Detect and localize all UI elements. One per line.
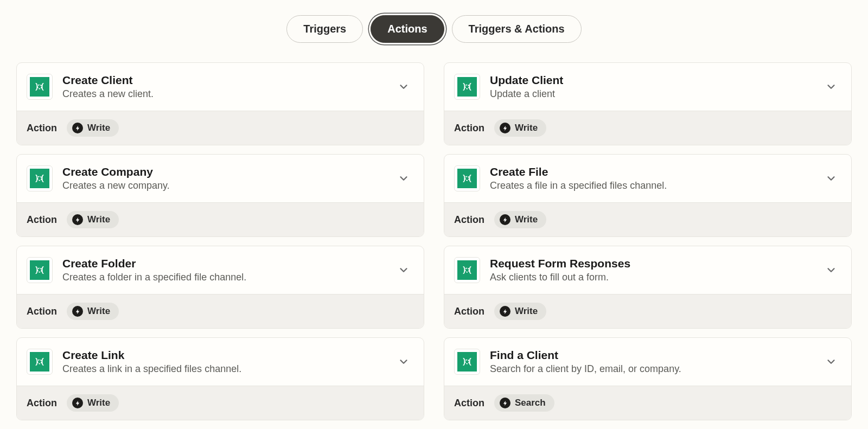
chevron-down-icon xyxy=(398,81,410,93)
card-title: Create Folder xyxy=(62,257,388,270)
bolt-icon xyxy=(72,123,83,133)
card-text: Create File Creates a file in a specifie… xyxy=(490,165,815,191)
app-icon-wrap xyxy=(27,74,53,100)
card-header[interactable]: Create Company Creates a new company. xyxy=(17,155,424,202)
card-text: Create Company Creates a new company. xyxy=(62,165,388,191)
action-type-chip: Write xyxy=(67,303,119,320)
svg-point-1 xyxy=(465,85,469,88)
card-title: Update Client xyxy=(490,74,815,87)
bolt-icon xyxy=(72,306,83,317)
card-footer: Action Search xyxy=(444,386,851,420)
card-title: Request Form Responses xyxy=(490,257,815,270)
card-header[interactable]: Update Client Update a client xyxy=(444,63,851,111)
card-header[interactable]: Find a Client Search for a client by ID,… xyxy=(444,338,851,386)
app-icon xyxy=(30,352,49,372)
chip-label: Write xyxy=(515,214,538,225)
chevron-down-icon xyxy=(398,356,410,368)
action-type-chip: Write xyxy=(494,303,546,320)
chevron-down-icon xyxy=(825,264,837,276)
bolt-icon xyxy=(500,398,510,408)
chevron-down-icon xyxy=(825,81,837,93)
app-icon-wrap xyxy=(454,165,480,191)
bolt-icon xyxy=(72,398,83,408)
app-icon xyxy=(30,260,49,280)
card-header[interactable]: Create Link Creates a link in a specifie… xyxy=(17,338,424,386)
chip-label: Write xyxy=(87,123,110,133)
card-title: Find a Client xyxy=(490,349,815,362)
card-description: Creates a folder in a specified file cha… xyxy=(62,272,388,283)
app-icon xyxy=(457,352,477,372)
card-text: Create Client Creates a new client. xyxy=(62,74,388,100)
chip-label: Write xyxy=(515,306,538,317)
card-footer: Action Write xyxy=(444,202,851,236)
action-card: Find a Client Search for a client by ID,… xyxy=(444,337,852,420)
action-type-chip: Write xyxy=(67,119,119,137)
bolt-icon xyxy=(500,123,510,133)
svg-point-6 xyxy=(37,360,41,363)
tab-actions[interactable]: Actions xyxy=(371,15,444,43)
footer-label: Action xyxy=(27,214,57,226)
action-card: Update Client Update a client Action Wri… xyxy=(444,62,852,145)
app-icon-wrap xyxy=(454,74,480,100)
action-type-chip: Search xyxy=(494,394,554,412)
footer-label: Action xyxy=(27,398,57,409)
card-text: Update Client Update a client xyxy=(490,74,815,100)
card-footer: Action Write xyxy=(17,111,424,145)
footer-label: Action xyxy=(454,398,484,409)
tab-triggers[interactable]: Triggers xyxy=(286,15,363,43)
app-icon-wrap xyxy=(454,257,480,283)
card-description: Ask clients to fill out a form. xyxy=(490,272,815,283)
card-description: Update a client xyxy=(490,88,815,100)
chip-label: Write xyxy=(515,123,538,133)
app-icon xyxy=(457,77,477,97)
card-title: Create Client xyxy=(62,74,388,87)
card-header[interactable]: Create File Creates a file in a specifie… xyxy=(444,155,851,202)
bolt-icon xyxy=(500,214,510,225)
card-header[interactable]: Create Client Creates a new client. xyxy=(17,63,424,111)
svg-point-3 xyxy=(465,176,469,180)
chip-label: Write xyxy=(87,214,110,225)
card-text: Create Folder Creates a folder in a spec… xyxy=(62,257,388,283)
card-title: Create File xyxy=(490,165,815,178)
action-type-chip: Write xyxy=(67,211,119,228)
app-icon-wrap xyxy=(454,349,480,375)
chevron-down-icon xyxy=(825,172,837,184)
card-description: Creates a file in a specified files chan… xyxy=(490,180,815,191)
svg-point-0 xyxy=(37,85,41,88)
app-icon xyxy=(30,77,49,97)
card-title: Create Company xyxy=(62,165,388,178)
tab-triggers-and-actions[interactable]: Triggers & Actions xyxy=(452,15,582,43)
chip-label: Write xyxy=(87,398,110,408)
card-footer: Action Write xyxy=(444,294,851,328)
card-footer: Action Write xyxy=(17,294,424,328)
card-text: Find a Client Search for a client by ID,… xyxy=(490,349,815,375)
action-type-chip: Write xyxy=(67,394,119,412)
app-icon-wrap xyxy=(27,165,53,191)
app-icon-wrap xyxy=(27,349,53,375)
app-icon xyxy=(30,169,49,188)
card-text: Request Form Responses Ask clients to fi… xyxy=(490,257,815,283)
card-footer: Action Write xyxy=(444,111,851,145)
chevron-down-icon xyxy=(398,264,410,276)
svg-point-2 xyxy=(37,176,41,180)
svg-point-5 xyxy=(465,268,469,272)
action-type-chip: Write xyxy=(494,211,546,228)
card-description: Creates a link in a specified files chan… xyxy=(62,363,388,375)
card-header[interactable]: Request Form Responses Ask clients to fi… xyxy=(444,246,851,294)
card-text: Create Link Creates a link in a specifie… xyxy=(62,349,388,375)
chevron-down-icon xyxy=(398,172,410,184)
actions-grid: Create Client Creates a new client. Acti… xyxy=(16,62,852,420)
action-card: Create File Creates a file in a specifie… xyxy=(444,154,852,237)
action-card: Create Link Creates a link in a specifie… xyxy=(16,337,424,420)
app-icon-wrap xyxy=(27,257,53,283)
footer-label: Action xyxy=(454,214,484,226)
card-header[interactable]: Create Folder Creates a folder in a spec… xyxy=(17,246,424,294)
card-description: Search for a client by ID, email, or com… xyxy=(490,363,815,375)
action-card: Create Company Creates a new company. Ac… xyxy=(16,154,424,237)
card-description: Creates a new client. xyxy=(62,88,388,100)
app-icon xyxy=(457,169,477,188)
footer-label: Action xyxy=(27,306,57,317)
card-footer: Action Write xyxy=(17,202,424,236)
tab-bar: Triggers Actions Triggers & Actions xyxy=(16,15,852,43)
bolt-icon xyxy=(72,214,83,225)
